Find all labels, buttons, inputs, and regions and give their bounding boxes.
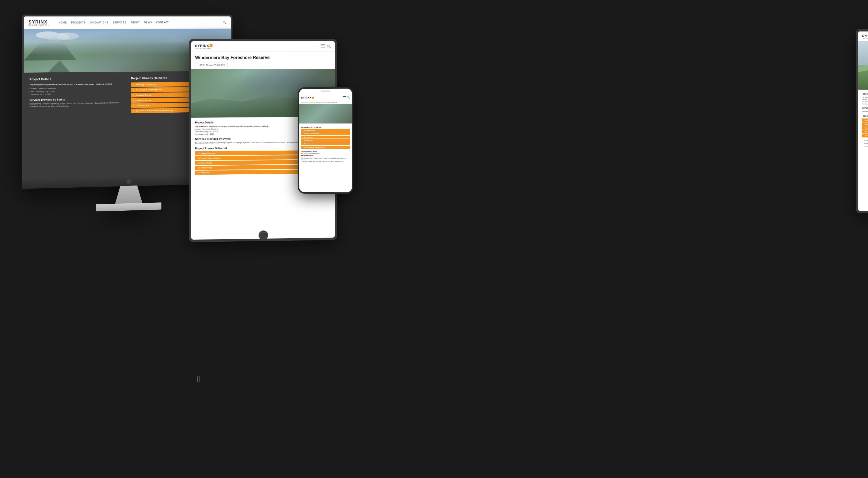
desktop-navbar: SYRINX ENVIRONMENTAL HOME PROJECTS INNOV… <box>24 17 231 29</box>
phone-top-bar <box>299 89 352 93</box>
tablet-project-header: Windermere Bay Foreshore Reserve ‹ BACK … <box>191 52 335 69</box>
logo-text: SYRINX <box>29 19 48 24</box>
phone-phases-title: Project Phases Delivered <box>301 126 350 128</box>
nav-services[interactable]: SERVICES <box>113 21 127 24</box>
ph-phase-btn-5[interactable]: 5. Construction <box>301 142 350 145</box>
project-desc-details: Location: Claremont, TasmaniaClient: Gle… <box>30 87 56 96</box>
desktop-logo: SYRINX ENVIRONMENTAL <box>29 19 49 26</box>
phone-logo: SYRINX <box>301 95 314 99</box>
phone-speaker <box>321 91 331 92</box>
ph-phase-btn-6[interactable]: 6. Operation, Maintenance & Monitoring <box>301 146 350 149</box>
phase-detail-dot <box>301 153 303 154</box>
phone-logo-text: SYRINX <box>301 96 312 99</box>
desktop-project-details: Project Details The Windermere Bay Fores… <box>30 77 126 172</box>
tablet-logo: SYRINX ENVIRONMENTAL <box>195 43 213 49</box>
phone-desc-bold: The Windermere Bay Foreshore Reserve pro… <box>301 157 346 160</box>
phone-subtitle: Infrastructure; Sustainable Masterplanni… <box>299 101 352 104</box>
tablet-search-icon[interactable]: 🔍 <box>327 44 331 48</box>
rtablet-hero-image <box>858 41 868 91</box>
project-description: The Windermere Bay Foreshore Reserve pro… <box>30 83 126 96</box>
tablet-project-title: Windermere Bay Foreshore Reserve <box>195 55 331 60</box>
phone-hero-image <box>299 104 352 123</box>
rtablet-navbar: SYRINX ENVIRONMENTAL 🔍 <box>858 31 868 41</box>
rtab-phase-btn-5[interactable]: 5. Construction <box>862 134 868 139</box>
search-icon[interactable]: 🔍 <box>223 21 226 24</box>
phone-navbar: SYRINX 🔍 <box>299 93 352 101</box>
services-text: Bioengineering; Ecological Engineering; … <box>30 101 126 108</box>
monitor-base:  <box>96 203 161 211</box>
phone-project-details-title: Project Details <box>301 155 350 156</box>
phone-detail-item: Syrinx Involvement (Company) <box>301 153 350 154</box>
phone-content: Project Phases Delivered 1. Strategy & P… <box>299 123 352 192</box>
nav-news[interactable]: NEWS <box>144 21 152 24</box>
tablet-logo-sub: ENVIRONMENTAL <box>195 48 213 49</box>
rtablet-phase-details: Strategy Planning Research & Investigati… <box>862 139 868 150</box>
tablet-menu-icon[interactable] <box>321 44 324 48</box>
tablet-home-button[interactable] <box>258 230 268 240</box>
rtablet-project-details-title: Project Details <box>862 92 868 96</box>
logo-sub: ENVIRONMENTAL <box>29 24 49 26</box>
nav-innovations[interactable]: INNOVATIONS <box>90 21 108 24</box>
ph-phase-btn-2[interactable]: 2. Research & Investigations <box>301 132 350 135</box>
tablet-nav-right: 🔍 <box>321 44 331 48</box>
phone-logo-box <box>312 97 314 98</box>
rtablet-services-title: Services provided by Syrinx <box>862 107 868 111</box>
phone-project-desc: The Windermere Bay Foreshore Reserve pro… <box>301 157 350 162</box>
phone-menu-icon[interactable] <box>343 96 346 98</box>
ph-phase-btn-3[interactable]: 3. Concept Design <box>301 136 350 139</box>
rtablet-details: Location: Claremont, TasmaniaClient: Gle… <box>862 99 868 105</box>
tablet-desc-bold: The Windermere Bay Foreshore Reserve pro… <box>195 125 269 127</box>
ph-phase-btn-4[interactable]: 4. Detailed Design <box>301 139 350 142</box>
rtablet-content: Project Details The Windermere Bay Fores… <box>858 90 868 213</box>
phone-search-icon[interactable]: 🔍 <box>347 96 350 98</box>
mobile-phone: SYRINX 🔍 Infrastructure; Sustainable Mas… <box>298 87 353 194</box>
rtablet-logo-text: SYRINX <box>862 34 868 37</box>
phase-detail-text: Syrinx Involvement (Company) <box>304 153 320 154</box>
monitor-stand <box>115 185 143 205</box>
rtablet-services-text: Bioengineering; Ecological Engineering; … <box>862 111 868 114</box>
tablet-logo-text: SYRINX <box>195 43 209 48</box>
rtablet-project-desc: The Windermere Bay Foreshore Reserve pro… <box>862 96 868 106</box>
desktop-nav-links: HOME PROJECTS INNOVATIONS SERVICES ABOUT… <box>59 21 169 24</box>
phone-screen: SYRINX 🔍 Infrastructure; Sustainable Mas… <box>299 89 352 192</box>
tablet-logo-box <box>210 44 213 47</box>
rtablet-phases-title: Project Phases Delivered <box>862 115 868 118</box>
back-to-projects-button[interactable]: ‹ BACK TO ALL PROJECTS <box>195 63 227 67</box>
project-details-title: Project Details <box>30 77 126 81</box>
phone-phase-details: Project Phases Details Syrinx Involvemen… <box>301 150 350 154</box>
nav-projects[interactable]: PROJECTS <box>71 21 86 24</box>
rtablet-logo-sub: ENVIRONMENTAL <box>862 38 868 39</box>
rtablet-logo: SYRINX ENVIRONMENTAL <box>862 33 868 39</box>
phone-phase-details-title: Project Phases Details <box>301 151 350 152</box>
apple-logo:  <box>197 374 200 385</box>
nav-home[interactable]: HOME <box>59 21 67 24</box>
services-title: Services provided by Syrinx <box>30 97 126 101</box>
project-desc-bold: The Windermere Bay Foreshore Reserve pro… <box>30 83 126 86</box>
rtab-detail-concept: Concept Design <box>862 145 868 150</box>
ph-phase-btn-1[interactable]: 1. Strategy & Planning <box>301 129 350 132</box>
nav-about[interactable]: ABOUT <box>131 21 140 24</box>
rtablet-desc: The Windermere Bay Foreshore Reserve pro… <box>862 97 868 98</box>
phone-nav-right: 🔍 <box>343 96 350 98</box>
tablet-desc-details: Location: Claremont, TasmaniaClient: Gle… <box>195 128 218 135</box>
nav-contact[interactable]: CONTACT <box>156 21 169 24</box>
rtablet-screen: SYRINX ENVIRONMENTAL 🔍 <box>858 31 868 213</box>
tablet-navbar: SYRINX ENVIRONMENTAL 🔍 <box>191 41 335 52</box>
phone-desc-details: Location: Claremont, Tasmania Client: Gl… <box>301 161 345 162</box>
